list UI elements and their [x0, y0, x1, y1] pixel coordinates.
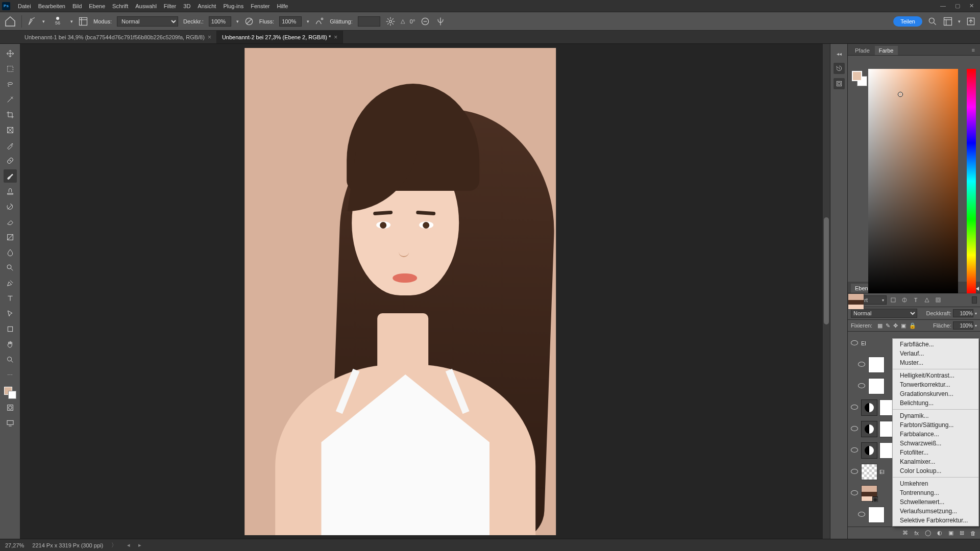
document-canvas[interactable] — [244, 48, 556, 535]
close-icon[interactable]: ✕ — [969, 3, 974, 9]
search-icon[interactable] — [927, 16, 938, 27]
menu-item-muster[interactable]: Muster... — [893, 358, 978, 367]
eyedropper-tool-icon[interactable] — [4, 139, 17, 152]
workspace-icon[interactable] — [943, 16, 953, 27]
close-icon[interactable]: × — [208, 34, 211, 41]
brush-tool-icon[interactable] — [4, 169, 17, 183]
menu-item-schwarzweiss[interactable]: Schwarzweiß... — [893, 439, 978, 448]
menu-item-umkehren[interactable]: Umkehren — [893, 479, 978, 488]
visibility-icon[interactable] — [857, 383, 866, 389]
screen-mode-icon[interactable] — [4, 416, 17, 430]
status-scroll-right-icon[interactable]: ▸ — [138, 542, 141, 548]
tool-preset-icon[interactable] — [27, 16, 37, 27]
gradient-tool-icon[interactable] — [4, 231, 17, 244]
path-select-icon[interactable] — [4, 307, 17, 320]
lasso-tool-icon[interactable] — [4, 78, 17, 91]
move-tool-icon[interactable] — [4, 47, 17, 60]
quick-mask-icon[interactable] — [4, 401, 17, 414]
doc-tab-2[interactable]: Unbenannt-2 bei 27,3% (Ebene 2, RGB/8) *… — [217, 31, 343, 43]
chevron-down-icon[interactable]: ▾ — [307, 19, 309, 24]
color-swatches[interactable] — [4, 387, 16, 399]
brush-preview[interactable]: 56 — [50, 14, 65, 29]
layer-thumbnail[interactable]: ⬚ — [861, 485, 877, 502]
menu-item-kanalmixer[interactable]: Kanalmixer... — [893, 457, 978, 466]
menu-bild[interactable]: Bild — [69, 2, 85, 11]
crop-tool-icon[interactable] — [4, 108, 17, 121]
close-icon[interactable]: × — [334, 34, 337, 41]
chevron-down-icon[interactable]: ▾ — [42, 19, 45, 24]
vertical-scrollbar[interactable] — [823, 44, 830, 539]
properties-panel-icon[interactable] — [834, 78, 845, 89]
opacity-input[interactable] — [209, 16, 231, 27]
filter-shape-icon[interactable] — [922, 295, 932, 305]
frame-tool-icon[interactable] — [4, 123, 17, 137]
layer-thumbnail[interactable] — [868, 357, 885, 373]
layer-thumbnail[interactable] — [861, 399, 877, 416]
tab-farbe[interactable]: Farbe — [875, 46, 898, 55]
menu-schrift[interactable]: Schrift — [109, 2, 132, 11]
adjustment-layer-menu[interactable]: Farbfläche... Verlauf... Muster... Helli… — [892, 338, 979, 527]
group-icon[interactable]: ▣ — [948, 530, 953, 536]
menu-plugins[interactable]: Plug-ins — [219, 2, 247, 11]
scrollbar-thumb[interactable] — [824, 217, 829, 324]
color-cursor[interactable] — [898, 92, 903, 97]
menu-item-belichtung[interactable]: Belichtung... — [893, 398, 978, 408]
type-tool-icon[interactable] — [4, 292, 17, 305]
menu-bearbeiten[interactable]: Bearbeiten — [35, 2, 69, 11]
canvas-area[interactable] — [20, 44, 830, 539]
menu-filter[interactable]: Filter — [160, 2, 180, 11]
history-panel-icon[interactable] — [834, 63, 845, 74]
home-icon[interactable] — [4, 15, 16, 28]
hue-pointer[interactable] — [976, 287, 979, 291]
chevron-down-icon[interactable]: ▾ — [958, 19, 961, 24]
menu-item-farbbalance[interactable]: Farbbalance... — [893, 430, 978, 439]
eraser-tool-icon[interactable] — [4, 215, 17, 229]
layer-thumbnail[interactable] — [861, 464, 877, 480]
filter-toggle[interactable] — [972, 296, 977, 304]
pen-tool-icon[interactable] — [4, 277, 17, 290]
minimize-icon[interactable]: — — [940, 3, 946, 9]
wand-tool-icon[interactable] — [4, 93, 17, 106]
menu-item-colorlookup[interactable]: Color Lookup... — [893, 466, 978, 475]
panel-menu-icon[interactable]: ≡ — [970, 46, 977, 55]
visibility-icon[interactable] — [850, 469, 859, 475]
menu-auswahl[interactable]: Auswahl — [132, 2, 160, 11]
healing-tool-icon[interactable] — [4, 154, 17, 167]
blend-mode-select[interactable]: Normal — [117, 16, 178, 27]
menu-ansicht[interactable]: Ansicht — [194, 2, 219, 11]
visibility-icon[interactable] — [850, 340, 859, 346]
visibility-icon[interactable] — [850, 426, 859, 432]
angle-icon[interactable]: △ — [401, 18, 405, 24]
angle-value[interactable]: 0° — [410, 18, 415, 24]
layer-mask-icon[interactable]: ◯ — [925, 530, 931, 536]
menu-item-verlaufsumsetzung[interactable]: Verlaufsumsetzung... — [893, 507, 978, 516]
visibility-icon[interactable] — [857, 362, 866, 368]
layer-opacity-input[interactable] — [953, 309, 973, 317]
layer-fill-input[interactable] — [953, 321, 973, 330]
lock-transparency-icon[interactable]: ▦ — [877, 322, 883, 329]
chevron-down-icon[interactable]: ▾ — [70, 19, 73, 24]
layer-name[interactable]: El — [879, 469, 885, 475]
filter-type-icon[interactable]: T — [911, 295, 920, 305]
lock-position-icon[interactable]: ✥ — [893, 322, 898, 329]
stamp-tool-icon[interactable] — [4, 185, 17, 198]
menu-item-tonwert[interactable]: Tonwertkorrektur... — [893, 380, 978, 389]
menu-item-verlauf[interactable]: Verlauf... — [893, 349, 978, 358]
layer-thumbnail[interactable] — [868, 378, 885, 394]
pressure-opacity-icon[interactable] — [244, 16, 254, 27]
doc-dimensions[interactable]: 2214 Px x 3319 Px (300 ppi) — [32, 542, 103, 548]
smoothing-settings-icon[interactable] — [385, 16, 396, 27]
menu-3d[interactable]: 3D — [180, 2, 194, 11]
collapse-arrow-icon[interactable]: ◂◂ — [837, 51, 842, 57]
filter-smart-icon[interactable] — [934, 295, 943, 305]
link-layers-icon[interactable]: ⌘ — [902, 530, 908, 536]
layer-style-icon[interactable]: fx — [914, 530, 919, 536]
menu-item-schwellenwert[interactable]: Schwellenwert... — [893, 497, 978, 507]
tab-pfade[interactable]: Pfade — [851, 46, 874, 55]
visibility-icon[interactable] — [850, 490, 859, 496]
airbrush-icon[interactable] — [314, 16, 325, 27]
chevron-down-icon[interactable]: ▾ — [236, 19, 239, 24]
layer-blend-select[interactable]: Normal — [851, 309, 917, 318]
menu-hilfe[interactable]: Hilfe — [273, 2, 291, 11]
hand-tool-icon[interactable] — [4, 338, 17, 351]
